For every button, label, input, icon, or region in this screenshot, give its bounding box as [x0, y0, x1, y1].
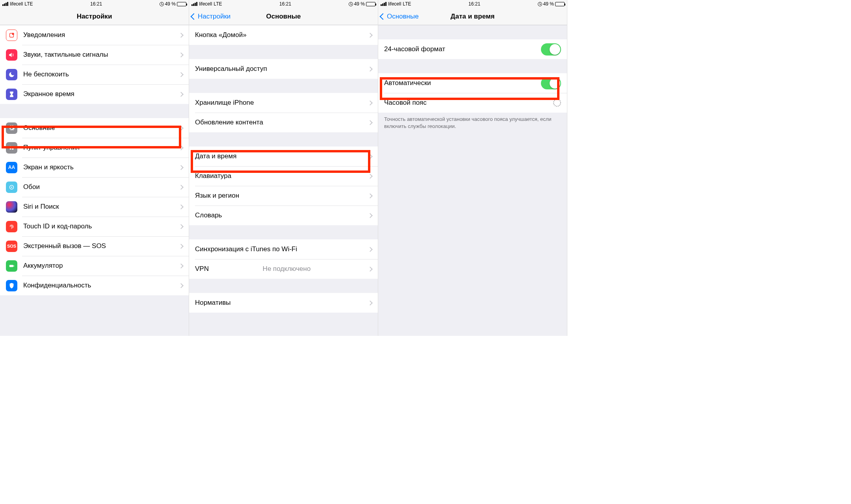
chevron-right-icon	[178, 263, 184, 269]
chevron-right-icon	[178, 165, 184, 170]
page-title: Настройки	[77, 13, 112, 20]
back-button[interactable]: Настройки	[191, 8, 230, 25]
back-label: Настройки	[198, 13, 230, 20]
row-screentime[interactable]: Экранное время	[0, 84, 189, 104]
row-home-button[interactable]: Кнопка «Домой»	[189, 25, 378, 45]
chevron-left-icon	[380, 13, 386, 20]
nav-bar: Настройки	[0, 8, 189, 25]
row-control-center[interactable]: Пункт управления	[0, 138, 189, 158]
row-general[interactable]: Основные	[0, 118, 189, 138]
chevron-right-icon	[368, 33, 373, 38]
chevron-right-icon	[178, 283, 184, 288]
page-title: Основные	[266, 13, 301, 20]
screentime-icon	[6, 89, 17, 100]
chevron-right-icon	[178, 224, 184, 229]
carrier-label: lifecell	[10, 1, 23, 7]
row-regulatory[interactable]: Нормативы	[189, 293, 378, 313]
row-timezone[interactable]: Часовой пояс	[378, 93, 567, 113]
chevron-right-icon	[178, 92, 184, 97]
row-sos[interactable]: SOS Экстренный вызов — SOS	[0, 236, 189, 256]
svg-point-1	[12, 33, 14, 35]
row-siri[interactable]: Siri и Поиск	[0, 197, 189, 217]
row-dictionary[interactable]: Словарь	[189, 206, 378, 225]
row-background-refresh[interactable]: Обновление контента	[189, 113, 378, 132]
battery-row-icon	[6, 260, 17, 272]
row-label: Часовой пояс	[384, 99, 427, 107]
chevron-right-icon	[368, 247, 373, 252]
row-label: Siri и Поиск	[23, 203, 59, 211]
row-label: Словарь	[195, 211, 222, 219]
row-label: Экстренный вызов — SOS	[23, 242, 106, 250]
back-label: Основные	[387, 13, 419, 20]
svg-point-3	[12, 148, 13, 150]
row-label: Экран и яркость	[23, 163, 74, 171]
chevron-left-icon	[191, 13, 197, 20]
row-keyboard[interactable]: Клавиатура	[189, 166, 378, 186]
row-wallpaper[interactable]: Обои	[0, 177, 189, 197]
row-battery[interactable]: Аккумулятор	[0, 256, 189, 276]
row-label: Уведомления	[23, 31, 65, 39]
chevron-right-icon	[178, 126, 184, 131]
row-label: Дата и время	[195, 152, 236, 160]
status-bar: lifecell LTE 16:21 49 %	[378, 0, 567, 8]
row-sounds[interactable]: Звуки, тактильные сигналы	[0, 45, 189, 65]
chevron-right-icon	[368, 100, 373, 106]
svg-rect-8	[9, 265, 13, 267]
signal-bars-icon	[381, 2, 386, 6]
chevron-right-icon	[178, 204, 184, 209]
row-label: Аккумулятор	[23, 262, 63, 270]
row-storage[interactable]: Хранилище iPhone	[189, 93, 378, 113]
row-label: Обои	[23, 183, 40, 191]
alarm-icon	[349, 2, 353, 6]
row-dnd[interactable]: Не беспокоить	[0, 65, 189, 84]
spinner-icon	[553, 99, 561, 107]
chevron-right-icon	[368, 193, 373, 198]
screen-settings-root: lifecell LTE 16:21 49 % Настройки Уведом…	[0, 0, 189, 336]
notifications-icon	[6, 30, 17, 41]
row-display[interactable]: AA Экран и яркость	[0, 158, 189, 177]
toggle-auto[interactable]	[541, 77, 561, 89]
chevron-right-icon	[368, 213, 373, 218]
row-auto[interactable]: Автоматически	[378, 73, 567, 93]
svg-point-2	[10, 146, 11, 147]
row-touchid[interactable]: Touch ID и код-пароль	[0, 217, 189, 236]
row-label: Автоматически	[384, 79, 431, 87]
svg-point-7	[11, 187, 12, 188]
clock-label: 16:21	[468, 1, 480, 7]
sos-icon: SOS	[6, 241, 17, 252]
row-notifications[interactable]: Уведомления	[0, 25, 189, 45]
row-label: Не беспокоить	[23, 70, 69, 78]
row-language[interactable]: Язык и регион	[189, 186, 378, 206]
row-24h-format[interactable]: 24-часовой формат	[378, 39, 567, 59]
chevron-right-icon	[178, 33, 184, 38]
signal-bars-icon	[191, 2, 197, 6]
row-label: Конфиденциальность	[23, 282, 91, 289]
network-label: LTE	[403, 1, 411, 7]
row-vpn[interactable]: VPN Не подключено	[189, 259, 378, 279]
chevron-right-icon	[368, 120, 373, 125]
vpn-value: Не подключено	[263, 265, 311, 273]
row-itunes-wifi[interactable]: Синхронизация с iTunes по Wi-Fi	[189, 239, 378, 259]
privacy-icon	[6, 280, 17, 291]
row-label: Основные	[23, 124, 55, 132]
svg-rect-9	[13, 265, 14, 267]
back-button[interactable]: Основные	[381, 8, 419, 25]
row-label: Звуки, тактильные сигналы	[23, 51, 108, 59]
siri-icon	[6, 201, 17, 213]
chevron-right-icon	[178, 244, 184, 249]
row-accessibility[interactable]: Универсальный доступ	[189, 59, 378, 79]
status-bar: lifecell LTE 16:21 49 %	[189, 0, 378, 8]
status-bar: lifecell LTE 16:21 49 %	[0, 0, 189, 8]
row-label: Touch ID и код-пароль	[23, 222, 92, 230]
control-center-icon	[6, 142, 17, 154]
row-label: Экранное время	[23, 90, 74, 98]
network-label: LTE	[214, 1, 222, 7]
toggle-24h[interactable]	[541, 43, 561, 56]
row-label: VPN	[195, 265, 209, 273]
row-date-time[interactable]: Дата и время	[189, 146, 378, 166]
fingerprint-icon	[6, 221, 17, 232]
chevron-right-icon	[368, 267, 373, 272]
wallpaper-icon	[6, 182, 17, 193]
row-privacy[interactable]: Конфиденциальность	[0, 276, 189, 295]
timezone-note: Точность автоматической установки часово…	[378, 113, 567, 133]
